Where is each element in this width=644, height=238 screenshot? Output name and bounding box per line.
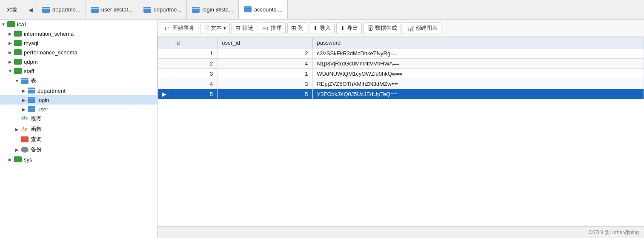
tab-tab-department1[interactable]: departme... [37, 0, 86, 19]
db-icon [14, 68, 22, 74]
sidebar-item-information_schema[interactable]: ▶information_schema [0, 29, 157, 38]
toolbar: 🗃 开始事务 📄 文本 ▼ ⊟ 筛选 ≡↓ 排序 ⊞ 列 ⬆ 导 [157, 20, 644, 37]
tab-tab-user[interactable]: user @staf... [86, 0, 138, 19]
expand-arrow: ▶ [7, 31, 14, 36]
cell-password: Y3FObkJXQ0J5UzJEdUpTeQ== [312, 89, 644, 99]
columns-button[interactable]: ⊞ 列 [287, 22, 307, 34]
transaction-icon: 🗃 [165, 25, 171, 31]
tree-item-label: performance_schema [24, 49, 77, 56]
cell-password: REpjZVZ5OThXMjhZN3dMZw== [312, 79, 644, 89]
cell-id: 1 [171, 48, 218, 59]
tab-tab-login[interactable]: login @sta... [187, 0, 238, 19]
sidebar-item-chaxun[interactable]: 查询 [0, 134, 157, 144]
db-icon [14, 156, 22, 162]
tree-item-label: information_schema [24, 31, 74, 37]
cell-id: 3 [171, 69, 218, 79]
db-icon [14, 49, 22, 55]
cell-password: N1p3VjRxdGc0MmNtVVhHWA== [312, 59, 644, 69]
tree-item-label: department [37, 88, 66, 94]
col-header-id[interactable]: id [171, 37, 218, 48]
tab-left-label: 对象 [0, 0, 25, 19]
tree-item-label: user [37, 106, 48, 113]
expand-arrow: ▶ [14, 147, 20, 152]
tree-item-label: login [37, 97, 49, 103]
sidebar-item-shitu[interactable]: 👁视图 [0, 114, 157, 124]
import-icon: ⬆ [313, 25, 318, 31]
tree-item-label: ica1 [17, 21, 27, 28]
expand-arrow: ▼ [7, 69, 14, 74]
columns-icon: ⊞ [291, 25, 296, 31]
db-icon [14, 40, 22, 46]
sidebar-item-mysql[interactable]: ▶mysql [0, 38, 157, 48]
content-panel: 🗃 开始事务 📄 文本 ▼ ⊟ 筛选 ≡↓ 排序 ⊞ 列 ⬆ 导 [157, 20, 644, 238]
expand-arrow: ▶ [7, 50, 14, 55]
table-row[interactable]: 31WDdNUWtQM1cyOWZld0hkQw== [158, 69, 644, 79]
data-generate-icon: 🗄 [367, 25, 373, 31]
tab-tab-department2[interactable]: departme... [138, 0, 187, 19]
sidebar-item-user[interactable]: ▶user [0, 105, 157, 114]
table-tab-icon [42, 7, 50, 13]
export-button[interactable]: ⬇ 导出 [336, 22, 362, 34]
tree-item-label: sys [24, 156, 32, 163]
sidebar-item-department[interactable]: ▶department [0, 86, 157, 95]
row-indicator [158, 59, 171, 69]
data-generate-button[interactable]: 🗄 数据生成 [364, 22, 401, 34]
expand-arrow: ▶ [20, 98, 27, 102]
cell-user_id: 5 [218, 89, 312, 99]
sidebar-item-hanshu[interactable]: ▶fx函数 [0, 124, 157, 134]
sort-button[interactable]: ≡↓ 排序 [259, 22, 286, 34]
expand-arrow: ▶ [20, 88, 27, 93]
export-icon: ⬇ [340, 25, 345, 31]
cell-user_id: 3 [218, 79, 312, 89]
col-header-password[interactable]: password [312, 37, 644, 48]
row-indicator [158, 79, 171, 89]
tab-arrow[interactable]: ◀ [25, 0, 37, 19]
filter-button[interactable]: ⊟ 筛选 [232, 22, 257, 34]
cell-user_id: 1 [218, 69, 312, 79]
row-indicator: ▶ [158, 89, 171, 99]
table-row[interactable]: 43REpjZVZ5OThXMjhZN3dMZw== [158, 79, 644, 89]
table-row[interactable]: ▶55Y3FObkJXQ0J5UzJEdUpTeQ== [158, 89, 644, 99]
table-row[interactable]: 24N1p3VjRxdGc0MmNtVVhHWA== [158, 59, 644, 69]
tree-item-label: 函数 [31, 125, 42, 133]
col-header-user_id[interactable]: user_id [218, 37, 312, 48]
expand-arrow: ▶ [7, 60, 14, 64]
sidebar-item-performance_schema[interactable]: ▶performance_schema [0, 48, 157, 57]
status-bar: CSDN @Luther@ping [157, 226, 644, 238]
filter-icon: ⊟ [235, 25, 240, 31]
tree-item-label: 表 [31, 77, 36, 85]
text-icon: 📄 [203, 25, 210, 31]
tree-item-label: 备份 [31, 146, 42, 153]
data-table: iduser_idpassword12c3VSSkFkR3dMcDhkeTNyR… [157, 37, 644, 99]
begin-transaction-button[interactable]: 🗃 开始事务 [161, 22, 198, 34]
tab-label: user @staf... [101, 6, 133, 13]
sidebar-item-biao[interactable]: ▼表 [0, 76, 157, 86]
table-tab-icon [143, 7, 151, 13]
tab-tab-accounts[interactable]: accounts ... [239, 0, 288, 19]
expand-arrow: ▶ [20, 107, 27, 112]
create-chart-button[interactable]: 📊 创建图表 [403, 22, 441, 34]
tab-label: departme... [154, 6, 182, 13]
sidebar: ▼ica1▶information_schema▶mysql▶performan… [0, 20, 157, 238]
sidebar-item-login[interactable]: ▶login [0, 95, 157, 105]
tree-item-label: mysql [24, 40, 38, 46]
cell-user_id: 2 [218, 48, 312, 59]
sidebar-item-ica1[interactable]: ▼ica1 [0, 20, 157, 29]
text-button[interactable]: 📄 文本 ▼ [200, 22, 230, 34]
sidebar-item-beifen[interactable]: ▶备份 [0, 144, 157, 155]
db-icon [14, 31, 22, 37]
expand-arrow: ▶ [7, 157, 14, 162]
tree-item-label: staff [24, 68, 34, 74]
sidebar-item-sys[interactable]: ▶sys [0, 155, 157, 164]
import-button[interactable]: ⬆ 导入 [309, 22, 335, 34]
sidebar-item-qdpm[interactable]: ▶qdpm [0, 57, 157, 66]
row-indicator [158, 69, 171, 79]
cell-id: 5 [171, 89, 218, 99]
table-icon [28, 88, 35, 94]
data-table-wrap: iduser_idpassword12c3VSSkFkR3dMcDhkeTNyR… [157, 37, 644, 226]
expand-arrow: ▶ [7, 41, 14, 45]
table-tab-icon [192, 7, 200, 13]
tab-label: accounts ... [254, 6, 282, 13]
table-row[interactable]: 12c3VSSkFkR3dMcDhkeTNyRg== [158, 48, 644, 59]
sidebar-item-staff[interactable]: ▼staff [0, 66, 157, 76]
